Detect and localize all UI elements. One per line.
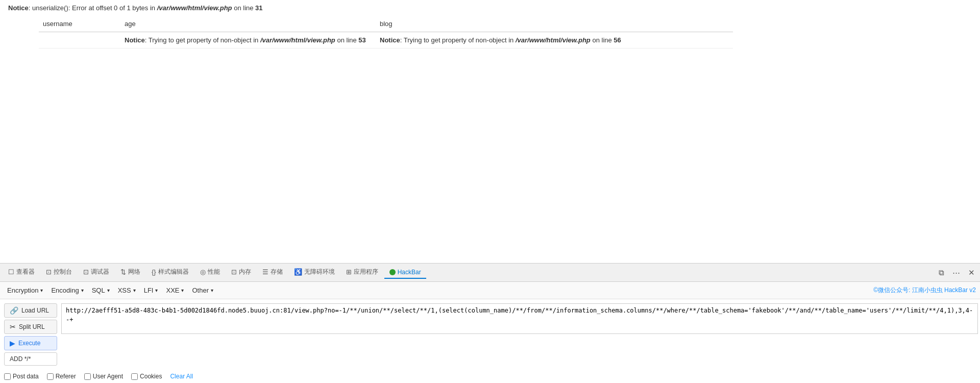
execute-label: Execute [18,340,40,347]
tab-accessibility-label: 无障碍环境 [304,268,335,276]
table-row: Notice: Trying to get property of non-ob… [39,32,733,49]
tab-console[interactable]: ⊡ 控制台 [41,266,77,279]
add-button[interactable]: ADD */* [4,352,57,366]
load-url-icon: 🔗 [10,306,18,315]
tab-debugger[interactable]: ⊡ 调试器 [78,266,114,279]
age-notice-line-prefix: on line [335,36,359,44]
close-devtools-button[interactable]: ✕ [966,267,977,278]
notice-line-prefix: on line [232,4,256,12]
menu-other-arrow: ▾ [211,288,213,293]
menu-encoding[interactable]: Encoding ▾ [48,285,86,296]
add-label: ADD */* [10,355,31,363]
split-url-button[interactable]: ✂ Split URL [4,320,57,334]
tab-storage-label: 存储 [271,268,283,276]
checkbox-referer[interactable]: Referer [47,373,76,380]
restore-button[interactable]: ⧉ [937,267,946,278]
menu-sql-arrow: ▾ [107,288,110,293]
console-icon: ⊡ [46,268,52,276]
tab-memory-label: 内存 [239,268,251,276]
tab-application[interactable]: ⊞ 应用程序 [341,266,383,279]
hackbar-left-buttons: 🔗 Load URL ✂ Split URL ▶ Execute ADD */* [0,301,61,368]
memory-icon: ⊡ [231,268,237,276]
hackbar-url-area [61,301,980,368]
load-url-label: Load URL [21,307,49,314]
menu-lfi-label: LFI [144,286,154,294]
menu-xxe-arrow: ▾ [181,288,184,293]
cell-username [39,32,120,49]
blog-notice-path: /var/www/html/view.php [516,36,591,44]
more-options-button[interactable]: ⋯ [950,267,962,278]
age-notice: Notice: Trying to get property of non-ob… [125,36,372,44]
cookies-checkbox[interactable] [131,373,138,380]
referer-label: Referer [56,373,76,380]
col-header-blog: blog [376,18,733,32]
checkbox-user-agent[interactable]: User Agent [84,373,123,380]
menu-lfi[interactable]: LFI ▾ [141,285,161,296]
devtools-panel: ☐ 查看器 ⊡ 控制台 ⊡ 调试器 ⇅ 网络 {} 样式编辑器 ◎ 性能 ⊡ 内… [0,263,980,383]
menu-other[interactable]: Other ▾ [189,285,216,296]
tab-storage[interactable]: ☰ 存储 [257,266,288,279]
style-editor-icon: {} [152,268,156,276]
application-icon: ⊞ [346,268,352,276]
tab-hackbar[interactable]: HackBar [384,267,426,279]
menu-xxe-label: XXE [166,286,179,294]
age-notice-path: /var/www/html/view.php [260,36,335,44]
load-url-button[interactable]: 🔗 Load URL [4,303,57,318]
post-data-label: Post data [13,373,39,380]
menu-encryption-label: Encryption [7,286,38,294]
blog-notice: Notice: Trying to get property of non-ob… [380,36,729,44]
execute-button[interactable]: ▶ Execute [4,336,57,350]
notice-path: /var/www/html/view.php [157,4,232,12]
tab-debugger-label: 调试器 [91,268,109,276]
hackbar-toolbar: Encryption ▾ Encoding ▾ SQL ▾ XSS ▾ LFI … [0,282,980,299]
menu-sql[interactable]: SQL ▾ [89,285,113,296]
menu-sql-label: SQL [92,286,105,294]
notice-top: Notice: unserialize(): Error at offset 0… [8,4,972,12]
tab-style-editor[interactable]: {} 样式编辑器 [146,266,194,279]
blog-notice-line: 56 [614,36,621,44]
tab-inspector[interactable]: ☐ 查看器 [3,266,40,279]
notice-text: : unserialize(): Error at offset 0 of 1 … [29,4,157,12]
cookies-label: Cookies [140,373,162,380]
tab-performance[interactable]: ◎ 性能 [195,266,225,279]
tab-hackbar-label: HackBar [398,269,421,276]
col-header-age: age [120,18,376,32]
referer-checkbox[interactable] [47,373,54,380]
hackbar-brand: ©微信公众号: 江南小虫虫 HackBar v2 [873,286,976,295]
menu-encoding-label: Encoding [51,286,79,294]
tab-accessibility[interactable]: ♿ 无障碍环境 [289,266,340,279]
hackbar-checkboxes: Post data Referer User Agent Cookies Cle… [0,370,980,383]
menu-encryption[interactable]: Encryption ▾ [4,285,46,296]
hackbar-green-dot [389,269,396,275]
checkbox-post-data[interactable]: Post data [4,373,39,380]
menu-encryption-arrow: ▾ [40,288,43,293]
data-table: username age blog Notice: Trying to get … [39,18,733,49]
notice-label: Notice [8,4,29,12]
age-notice-label: Notice [125,36,145,44]
split-url-icon: ✂ [10,323,16,331]
blog-notice-line-prefix: on line [591,36,614,44]
menu-lfi-arrow: ▾ [155,288,158,293]
url-input[interactable] [61,303,978,334]
storage-icon: ☰ [262,268,268,276]
content-area: Notice: unserialize(): Error at offset 0… [0,0,980,148]
blog-notice-label: Notice [380,36,400,44]
age-notice-line: 53 [358,36,365,44]
blog-notice-text: : Trying to get property of non-object i… [400,36,516,44]
notice-line: 31 [255,4,262,12]
user-agent-checkbox[interactable] [84,373,91,380]
network-icon: ⇅ [120,268,126,276]
menu-xss[interactable]: XSS ▾ [115,285,139,296]
menu-xxe[interactable]: XXE ▾ [163,285,187,296]
execute-icon: ▶ [10,339,15,347]
tab-inspector-label: 查看器 [16,268,35,276]
post-data-checkbox[interactable] [4,373,11,380]
checkbox-cookies[interactable]: Cookies [131,373,162,380]
tab-network[interactable]: ⇅ 网络 [115,266,145,279]
debugger-icon: ⊡ [83,268,89,276]
tab-performance-label: 性能 [208,268,220,276]
tab-memory[interactable]: ⊡ 内存 [226,266,256,279]
user-agent-label: User Agent [93,373,123,380]
inspector-icon: ☐ [8,268,14,276]
clear-all-button[interactable]: Clear All [170,373,193,380]
